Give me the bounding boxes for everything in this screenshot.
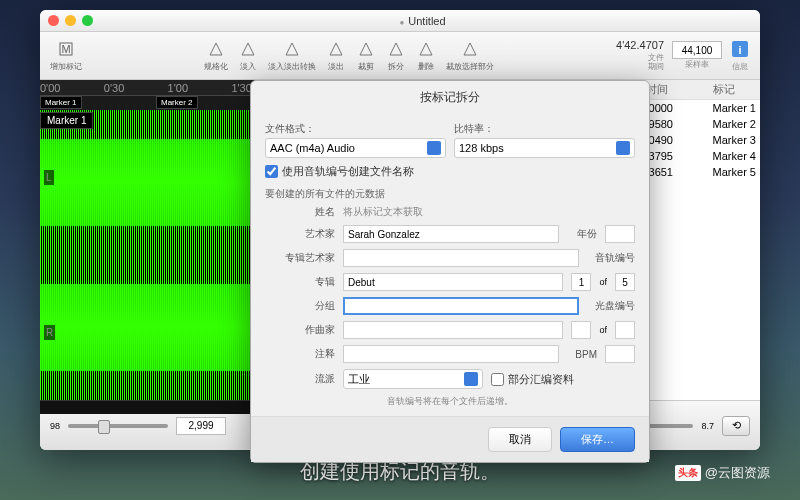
traffic-lights [48,15,93,26]
close-icon[interactable] [48,15,59,26]
crop-button[interactable]: 裁剪 [356,39,376,72]
delete-button[interactable]: 删除 [416,39,436,72]
disc-n[interactable] [571,321,591,339]
window-title: Untitled [93,15,752,27]
format-select[interactable]: AAC (m4a) Audio [265,138,446,158]
dialog-hint: 音轨编号将在每个文件后递增。 [265,395,635,408]
duration-label: 期间 [616,62,664,72]
col-marker[interactable]: 标记 [691,82,759,97]
track-n[interactable] [571,273,591,291]
disc-total[interactable] [615,321,635,339]
composer-input[interactable] [343,321,563,339]
file-label: 文件 [616,53,664,63]
info-label: 信息 [730,61,750,72]
svg-text:M: M [61,43,70,55]
toolbar: M 增加标记 规格化淡入淡入淡出转换淡出裁剪拆分删除裁放选择部分 4'42.47… [40,32,760,80]
duration-value: 4'42.4707 [616,39,664,52]
minimize-icon[interactable] [65,15,76,26]
save-button[interactable]: 保存… [560,427,635,452]
info-icon[interactable]: i [730,39,750,59]
titlebar: Untitled [40,10,760,32]
normalize-button[interactable]: 规格化 [204,39,228,72]
fadeout2-button[interactable]: 淡出 [326,39,346,72]
svg-text:i: i [738,44,741,56]
zoom-input[interactable] [176,417,226,435]
fadeout-button[interactable]: 淡入淡出转换 [268,39,316,72]
artist-input[interactable] [343,225,559,243]
volume-slider[interactable] [68,424,168,428]
toolbar-info: 4'42.4707 文件 期间 采样率 i 信息 [616,39,750,72]
sample-rate-input[interactable] [672,41,722,59]
trim-button[interactable]: 裁放选择部分 [446,39,494,72]
split-button[interactable]: 拆分 [386,39,406,72]
metadata-section-label: 要创建的所有文件的元数据 [265,187,635,201]
bitrate-select[interactable]: 128 kbps [454,138,635,158]
use-track-checkbox[interactable]: 使用音轨编号创建文件名称 [265,164,635,179]
sample-rate-label: 采样率 [672,59,722,70]
cancel-button[interactable]: 取消 [488,427,552,452]
year-input[interactable] [605,225,635,243]
bitrate-label: 比特率： [454,122,635,136]
zoom-icon[interactable] [82,15,93,26]
source-select[interactable]: 工业 [343,369,483,389]
marker-flag[interactable]: Marker 2 [156,96,198,109]
channel-l-label: L [44,170,54,185]
album-artist-input[interactable] [343,249,579,267]
split-dialog: 按标记拆分 文件格式： AAC (m4a) Audio 比特率： 128 kbp… [250,80,650,463]
vol-right: 8.7 [701,421,714,431]
genre-input[interactable] [343,297,579,315]
marker-flag[interactable]: Marker 1 [40,96,82,109]
dialog-title: 按标记拆分 [251,81,649,114]
bpm-input[interactable] [605,345,635,363]
vol-left: 98 [50,421,60,431]
format-label: 文件格式： [265,122,446,136]
comment-input[interactable] [343,345,559,363]
waveform-marker[interactable]: Marker 1 [40,112,93,129]
credit-text: @云图资源 [675,464,770,482]
fadein-button[interactable]: 淡入 [238,39,258,72]
loop-button[interactable]: ⟲ [722,416,750,436]
album-input[interactable] [343,273,563,291]
partial-checkbox[interactable]: 部分汇编资料 [491,372,574,387]
add-marker-button[interactable]: M 增加标记 [50,39,82,72]
channel-r-label: R [44,325,55,340]
track-total[interactable] [615,273,635,291]
